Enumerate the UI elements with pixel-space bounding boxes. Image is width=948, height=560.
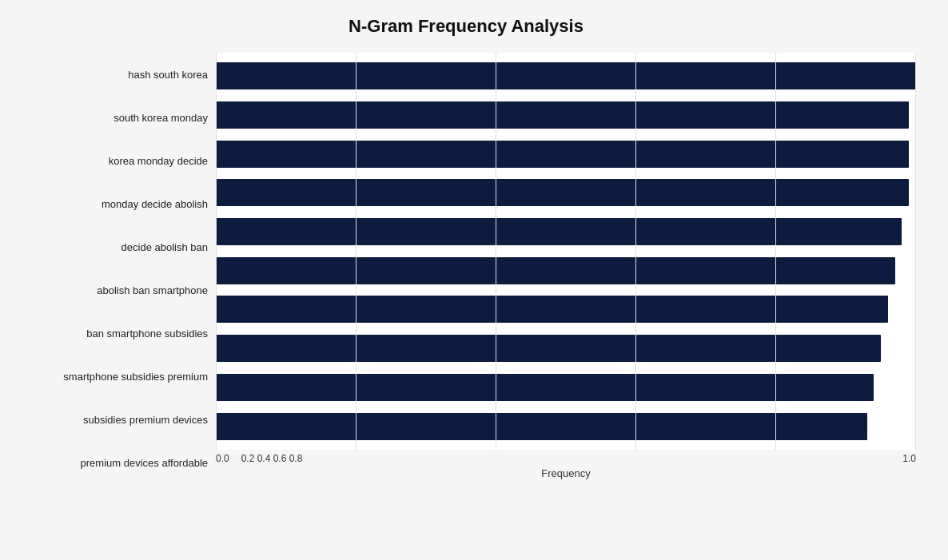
y-label: hash south korea — [16, 70, 208, 80]
bar — [216, 101, 909, 129]
bar — [216, 62, 916, 89]
bar — [216, 141, 909, 168]
y-label: ban smartphone subsidies — [16, 328, 208, 339]
bars-wrapper — [216, 53, 916, 450]
bar — [216, 413, 867, 440]
bar-row — [216, 137, 916, 171]
chart-title: N-Gram Frequency Analysis — [16, 16, 916, 37]
y-labels: hash south koreasouth korea mondaykorea … — [16, 53, 216, 485]
chart-container: N-Gram Frequency Analysis hash south kor… — [0, 0, 948, 560]
bar-row — [216, 410, 916, 443]
bar — [216, 374, 874, 401]
y-label: decide abolish ban — [16, 242, 208, 252]
chart-area: hash south koreasouth korea mondaykorea … — [16, 53, 916, 485]
bar-row — [216, 98, 916, 132]
bar — [216, 218, 902, 245]
y-label: korea monday decide — [16, 156, 208, 166]
x-tick: 0.8 — [280, 453, 312, 464]
x-tick: 1.0 — [884, 453, 916, 464]
y-label: premium devices affordable — [16, 458, 208, 468]
x-ticks: 0.00.20.40.60.81.0 — [216, 453, 916, 464]
bar — [216, 335, 881, 362]
x-axis: 0.00.20.40.60.81.0 Frequency — [216, 453, 916, 485]
y-label: subsidies premium devices — [16, 415, 208, 425]
bar-row — [216, 332, 916, 365]
y-label: monday decide abolish — [16, 199, 208, 209]
bar-row — [216, 59, 916, 93]
bar-row — [216, 292, 916, 326]
bars-and-xaxis: 0.00.20.40.60.81.0 Frequency — [216, 53, 916, 485]
y-label: south korea monday — [16, 113, 208, 123]
bar-row — [216, 254, 916, 288]
bar — [216, 296, 888, 323]
bar-row — [216, 371, 916, 404]
bar-row — [216, 215, 916, 248]
bar — [216, 179, 909, 206]
y-label: smartphone subsidies premium — [16, 371, 208, 382]
x-axis-label: Frequency — [216, 467, 916, 479]
y-label: abolish ban smartphone — [16, 285, 208, 296]
bar-row — [216, 176, 916, 209]
bar — [216, 257, 895, 284]
